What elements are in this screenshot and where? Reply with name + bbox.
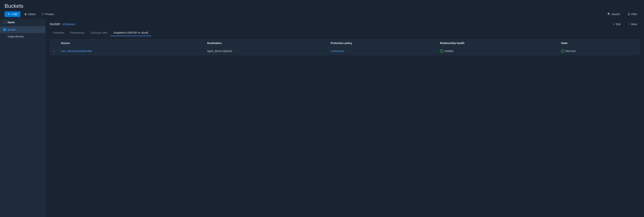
protect-button[interactable]: 🛡 Protect [39,11,56,17]
tab-permissions[interactable]: Permissions [67,30,88,36]
state-value: Mirrored [566,49,576,52]
tab-lifecycle[interactable]: Lifecycle rules [88,30,110,36]
sidebar-item-bucket[interactable]: bucket [0,26,45,33]
tabs: Overview Permissions Lifecycle rules Sna… [50,30,640,36]
search-icon: 🔍 [608,13,611,16]
search-label: Search [612,13,620,16]
select-all-checkbox[interactable] [3,21,6,24]
snapmirror-table-container: Source Destination Protection policy Rel… [50,39,640,55]
more-icon: ⋮ [627,22,630,26]
breadcrumb-link[interactable]: All Buckets [62,23,75,26]
snapmirror-table: Source Destination Protection policy Rel… [50,39,639,55]
table-header-row: Source Destination Protection policy Rel… [50,39,639,47]
plus-icon: + [8,12,9,16]
header: Buckets + + Add 🗑 Delete 🛡 Protect 🔍 Sea… [0,0,644,18]
page-container: Buckets + + Add 🗑 Delete 🛡 Protect 🔍 Sea… [0,0,644,217]
sidebar-header: Name [0,18,45,26]
filter-label: Filter [631,13,637,16]
col-expand [50,39,58,47]
protect-label: Protect [46,13,54,16]
filter-icon: ☰ [628,13,630,16]
chevron-down-icon[interactable]: ∨ [53,50,55,52]
state-badge: Mirrored [561,49,636,53]
tab-overview[interactable]: Overview [50,30,67,36]
col-destination: Destination [204,39,328,47]
sidebar-item-bucket-label: bucket [8,28,15,31]
row-expand-cell[interactable]: ∨ [50,47,58,55]
detail-title: bucket [50,22,60,26]
delete-label: Delete [28,13,36,16]
health-icon [440,49,443,53]
add-label: + Add [10,13,17,16]
row-source-cell: svm_demo:/bucket/bucket [58,47,204,55]
state-icon [561,49,564,53]
page-title: Buckets [4,3,640,9]
row-destination-cell: sgws_demo:/objstore [204,47,328,55]
sidebar-item-ontap-dummy-label: ontap-dummy [8,35,24,38]
table-row: ∨ svm_demo:/bucket/bucket sgws_demo:/obj… [50,47,639,55]
bucket-checkbox[interactable] [3,28,6,31]
health-badge: Healthy [440,49,555,53]
source-link[interactable]: svm_demo:/bucket/bucket [61,49,92,52]
tab-snapmirror[interactable]: SnapMirror (ONTAP or cloud) [110,30,151,36]
delete-button[interactable]: 🗑 Delete [22,11,38,17]
search-button[interactable]: 🔍 Search [605,11,622,17]
detail-panel: bucket All Buckets ✏ Edit ⋮ More Overvie… [46,18,644,217]
add-button[interactable]: + + Add [4,11,20,17]
toolbar-right: 🔍 Search ☰ Filter [605,11,640,17]
filter-button[interactable]: ☰ Filter [626,11,640,17]
row-health-cell: Healthy [437,47,558,55]
shield-icon: 🛡 [42,13,44,16]
toolbar: + + Add 🗑 Delete 🛡 Protect 🔍 Search ☰ Fi… [4,11,640,17]
edit-icon: ✏ [613,23,615,25]
policy-link[interactable]: Continuous [331,49,344,52]
health-value: Healthy [444,49,453,52]
row-policy-cell: Continuous [328,47,437,55]
more-label: More [631,23,637,26]
col-state: State [558,39,639,47]
sidebar-item-ontap-dummy[interactable]: ontap-dummy [0,33,45,40]
col-source: Source [58,39,204,47]
row-state-cell: Mirrored [558,47,639,55]
detail-actions: ✏ Edit ⋮ More [611,21,640,27]
more-button[interactable]: ⋮ More [625,21,640,27]
detail-header: bucket All Buckets ✏ Edit ⋮ More [50,21,640,27]
sidebar-column-label: Name [8,21,15,24]
col-health: Relationship health [437,39,558,47]
destination-value: sgws_demo:/objstore [207,49,232,52]
sidebar: Name bucket ontap-dummy [0,18,46,217]
col-policy: Protection policy [328,39,437,47]
edit-label: Edit [616,23,620,26]
trash-icon: 🗑 [24,13,27,16]
edit-button[interactable]: ✏ Edit [611,22,623,26]
main-content: Name bucket ontap-dummy bucket All Bucke… [0,18,644,217]
